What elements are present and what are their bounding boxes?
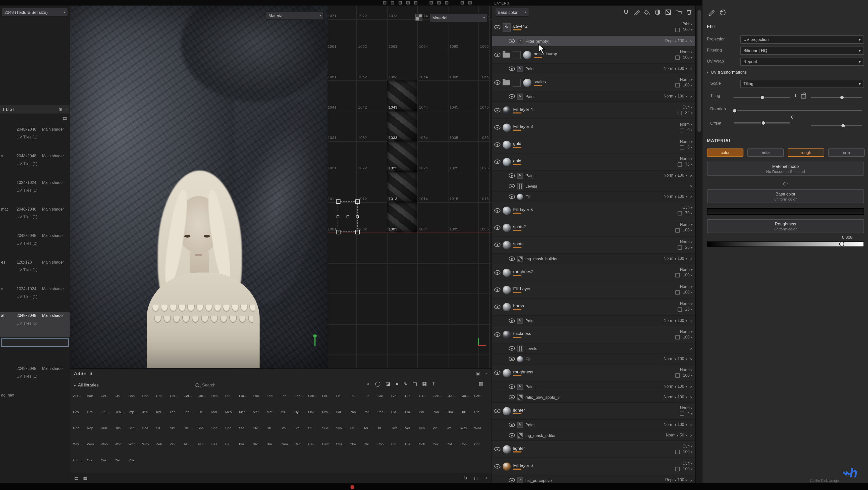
visibility-eye-icon[interactable] [509,318,515,324]
blend-mode-dropdown[interactable]: Norm▾ [680,122,692,127]
blend-mode-dropdown[interactable]: Pthr▾ [682,22,692,27]
slider-knob[interactable] [840,95,844,100]
asset-thumbnail[interactable]: Pap... [350,410,362,414]
gizmo-center-handle[interactable] [347,215,349,218]
visibility-eye-icon[interactable] [494,142,500,147]
texture-set-row[interactable]: 2048x2048Main shaderUV Tiles (2) [0,232,70,258]
asset-thumbnail[interactable]: Cot... [73,458,85,462]
material-mode-button[interactable]: Material mode No Resource Selected [707,162,864,176]
opacity-control[interactable]: 70▾ [678,211,693,215]
dock-icon[interactable]: ▣ [59,107,63,112]
smart-masks-filter-icon[interactable]: ◪ [385,381,390,386]
asset-thumbnail[interactable]: Vel... [405,426,417,430]
titlebar-icon[interactable] [391,1,394,4]
base-color-swatch[interactable] [707,208,864,215]
layer-checkbox[interactable] [676,273,680,278]
asset-thumbnail[interactable]: San... [128,426,141,430]
texture-set-row[interactable]: at2048x2048Main shaderUV Tiles (5) [0,312,70,337]
layers-scrollbar[interactable] [695,5,702,483]
asset-thumbnail[interactable]: Sla... [184,426,196,430]
visibility-eye-icon[interactable] [509,394,515,400]
gizmo-handle[interactable] [356,215,359,218]
opacity-control[interactable]: 100▾ [676,450,692,454]
blend-mode-dropdown[interactable]: Ovrl▾ [682,444,692,449]
asset-thumbnail[interactable]: Ela... [239,393,251,398]
visibility-eye-icon[interactable] [494,463,500,469]
channel-nrm-button[interactable]: nrm [828,148,865,157]
layer-checkbox[interactable] [676,56,680,60]
opacity-control[interactable]: 8▾ [680,145,692,150]
asset-thumbnail[interactable]: Sto... [281,426,292,430]
layer-row[interactable]: ✎PaintNorm▾100▾× [492,420,695,430]
asset-thumbnail[interactable]: Gli... [419,393,431,398]
visibility-eye-icon[interactable] [509,93,515,99]
visibility-eye-icon[interactable] [509,38,515,44]
uv-transformations-header[interactable]: ▾ UV transformations [707,70,747,75]
layer-checkbox[interactable] [678,111,682,115]
opacity-control[interactable]: 100▾ [676,28,692,32]
sync-icon[interactable]: ↻ [463,475,467,481]
list-options-icon[interactable]: ▤ [63,116,67,121]
asset-thumbnail[interactable]: Cra... [87,458,99,462]
uv-tiles-view-icon[interactable] [415,14,423,21]
layer-row[interactable]: ✎PaintNorm▾100▾× [492,91,695,102]
add-fill-layer-icon[interactable] [644,9,650,15]
asset-thumbnail[interactable]: Nyl... [294,410,306,414]
asset-thumbnail[interactable]: Bak... [87,393,99,398]
gizmo-handle[interactable] [355,230,360,234]
asset-thumbnail[interactable]: Coc... [433,442,445,446]
visibility-eye-icon[interactable] [494,79,500,85]
add-effect-icon[interactable] [654,9,661,15]
asset-thumbnail[interactable]: Til... [377,426,389,430]
add-paint-layer-icon[interactable] [633,9,640,15]
visibility-eye-icon[interactable] [494,332,500,338]
titlebar-icon[interactable] [437,1,440,4]
layer-row[interactable]: Fill layer 5Ovrl▾70▾ [492,202,695,219]
rotation-slider[interactable] [733,110,862,111]
asset-thumbnail[interactable]: Gla... [391,393,403,398]
opacity-control[interactable]: 26▾ [678,246,693,250]
layer-row[interactable]: ƒFilter (empty)Repl▾100▾× [492,36,695,47]
asset-thumbnail[interactable]: Sta... [239,426,251,430]
asset-thumbnail[interactable]: Wea... [474,426,486,430]
layer-checkbox[interactable] [678,211,682,215]
remove-effect-icon[interactable]: × [690,194,693,199]
visibility-eye-icon[interactable] [509,194,515,200]
smart-materials-filter-icon[interactable]: ◯ [375,381,380,386]
blend-mode-dropdown[interactable]: Norm▾ [680,267,692,272]
visibility-eye-icon[interactable] [494,52,500,58]
remove-effect-icon[interactable]: × [690,346,693,351]
texture-set-size-dropdown[interactable]: 2048 (Texture Set size) ▾ [2,8,68,17]
fonts-filter-icon[interactable]: T [432,381,435,386]
scrollbar-thumb[interactable] [697,10,701,132]
visibility-eye-icon[interactable] [494,408,500,414]
visibility-eye-icon[interactable] [494,446,500,452]
asset-thumbnail[interactable]: Fab... [267,393,279,398]
layer-row[interactable]: spotsNorm▾26▾ [492,236,695,254]
slider-knob[interactable] [839,241,844,247]
texture-set-row[interactable]: 1024x1024Main shaderUV Tiles (1) [0,179,70,204]
layer-checkbox[interactable] [676,83,680,88]
remove-effect-icon[interactable]: × [690,94,693,99]
gizmo-handle[interactable] [337,215,339,218]
titlebar-icon[interactable] [414,1,417,4]
visibility-eye-icon[interactable] [494,124,500,131]
layer-row[interactable]: hornsNorm▾26▾ [492,298,695,316]
asset-thumbnail[interactable]: Pat... [364,410,375,414]
asset-thumbnail[interactable]: Wax... [460,426,472,430]
asset-thumbnail[interactable]: Lin... [198,410,210,414]
asset-search-field[interactable]: Search [195,382,215,387]
opacity-control[interactable]: 100▾ [676,56,692,60]
alphas-filter-icon[interactable]: ▢ [412,381,417,386]
asset-thumbnail[interactable]: Gla... [405,393,417,398]
asset-thumbnail[interactable]: Cru... [128,458,141,462]
asset-thumbnail[interactable]: Qua... [446,410,459,414]
asset-thumbnail[interactable]: Sil... [156,426,168,430]
base-color-button[interactable]: Base color uniform color [707,190,864,203]
asset-thumbnail[interactable]: Woo... [115,442,127,446]
asset-thumbnail[interactable]: Foi... [350,393,362,398]
layer-row[interactable]: scalesNorm▾100▾ [492,74,695,91]
gizmo-handle[interactable] [336,199,340,204]
layer-checkbox[interactable] [676,467,680,472]
visibility-eye-icon[interactable] [509,356,515,362]
